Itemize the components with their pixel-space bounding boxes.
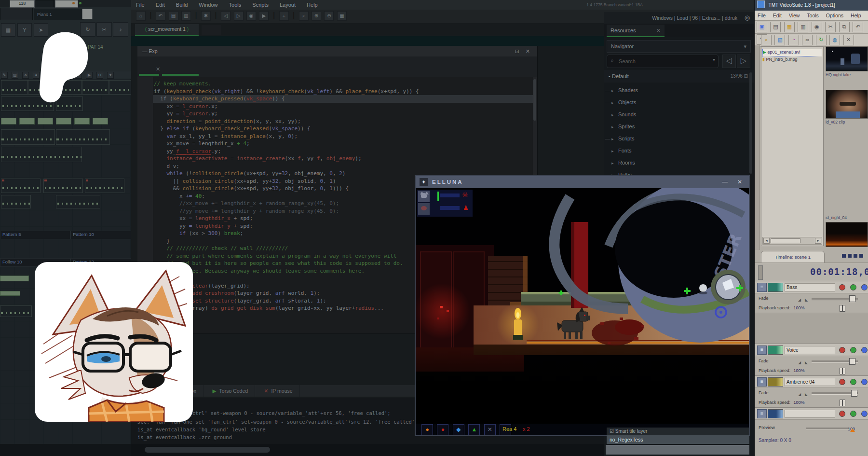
game-titlebar[interactable]: ✦ ELLUNA — ✕ [416,176,749,188]
script-window-titlebar[interactable]: — Exp ⊡ ✕ [137,46,537,56]
vmenu-view[interactable]: View [786,11,803,20]
track-lane-empty[interactable] [755,313,868,344]
search-icon[interactable]: ⌕ [299,11,309,21]
solo-button[interactable] [850,379,856,385]
play-icon[interactable]: ▷ [234,11,244,21]
close-tab-icon[interactable]: ✕ [656,25,661,36]
vmenu-file[interactable]: File [755,11,769,20]
vmenu-edit[interactable]: Edit [770,11,785,20]
status-tab-2[interactable]: ▶Torso Coded [206,385,256,397]
track-name[interactable] [785,410,835,418]
maximize-icon[interactable]: ⊡ [512,46,522,56]
target-icon[interactable]: ◎ [745,12,750,24]
speed-marker[interactable] [842,368,845,374]
settings-icon[interactable]: ✱ [201,11,211,21]
fl-clip[interactable] [56,118,71,124]
menu-edit[interactable]: Edit [151,0,170,10]
fade-slider-handle[interactable] [849,295,855,302]
tree-item[interactable]: ▸Sounds [604,109,754,121]
close-icon[interactable]: ✕ [737,176,742,188]
media-hscrollbar[interactable]: ◄ ► [762,237,822,245]
autocomplete-item-selected[interactable]: no_RegexTess [607,435,749,444]
save-icon[interactable]: ▥ [798,22,808,32]
fl-clip[interactable] [0,291,20,296]
zoom-in-icon[interactable]: ⊕ [312,11,321,21]
spell-slot-gem[interactable]: ◆ [453,424,464,435]
fl-clip[interactable] [43,179,83,193]
fl-clip[interactable] [93,118,108,124]
status-tab-3[interactable]: ✕IP mouse [258,385,300,397]
home-icon[interactable]: ⌂ [136,11,146,21]
solo-button[interactable] [850,284,856,290]
delete-icon[interactable]: ✕ [843,35,854,45]
track-name[interactable]: Voice [785,346,835,354]
fx-button[interactable] [861,284,868,290]
fl-clip[interactable] [38,118,53,124]
horizontal-scrollbar-thumb[interactable] [145,447,270,453]
fl-clip[interactable] [56,129,110,145]
menu-file[interactable]: File [131,0,149,10]
tab-resources[interactable]: Resources ✕ [607,25,665,37]
scroll-thumb[interactable] [771,238,800,243]
tab-script[interactable]: ( scr_movement 1 ) [135,24,199,36]
solo-button[interactable] [850,411,856,417]
scroll-right-icon[interactable]: ► [815,238,821,244]
spell-slot-blood[interactable]: ● [437,424,448,435]
media-file[interactable]: ▮ PN_intro_b.mpg [762,56,821,63]
link-icon[interactable]: ∞ [802,35,813,45]
timeline-ruler[interactable]: 00:01:18,0 [755,263,868,282]
speed-marker[interactable] [842,305,845,312]
fl-clip[interactable] [109,80,131,95]
chevron-down-icon[interactable]: ▾ [713,57,715,62]
video-thumbnail-3[interactable] [826,222,868,247]
solo-button[interactable] [850,347,856,353]
fl-channel-tab[interactable]: Piano 1 [34,9,83,20]
video-thumbnail-1[interactable] [826,46,868,71]
tree-root-row[interactable]: ▪ Default 13/96 ⊞ [604,70,754,83]
fade-slider-handle[interactable] [851,390,857,397]
video-editor-titlebar[interactable]: TMT VideoSuite 1.8 - [project1] [755,0,868,11]
fl-delete-tool-icon[interactable]: ✕ [22,72,29,79]
tree-item[interactable]: —▸Objects [604,97,754,109]
preview-marker-icon[interactable] [850,428,855,432]
mute-button[interactable] [839,347,845,353]
timeline-cursor-slider[interactable] [758,265,763,280]
fx-button[interactable] [861,379,868,385]
mute-button[interactable] [839,411,845,417]
track-name[interactable]: Ambience 04 [785,378,835,386]
fl-paint-tool-icon[interactable]: ▨ [12,72,18,79]
open-folder-icon[interactable]: ▦ [784,22,795,32]
minimize-icon[interactable]: — [722,176,728,188]
fl-clip[interactable] [19,118,35,124]
snapshot-icon[interactable]: ◉ [812,22,822,32]
assets-scrollbar[interactable] [749,72,752,174]
media-file-selected[interactable]: ▶ ep01_scene3.avi [762,49,822,56]
mute-button[interactable] [839,284,845,290]
fl-magnet-icon[interactable]: U [96,72,103,79]
asset-search-box[interactable]: ⌕ ▾ [607,55,719,68]
tree-item[interactable]: —▸Scripts [604,133,754,145]
menu-tools[interactable]: Tools [224,0,246,10]
tree-item[interactable]: ▸Rooms [604,157,754,169]
fl-clip[interactable] [1,195,31,208]
image-icon[interactable]: ▧ [774,35,785,45]
timeline-tool-dot[interactable] [859,254,863,258]
close-tab-icon[interactable]: ✕ [156,66,160,72]
search-icon[interactable]: ⌕ [761,35,772,45]
fade-slider-handle[interactable] [849,358,855,365]
fl-clip[interactable] [74,118,90,124]
undo-icon[interactable]: ↶ [853,22,863,32]
fl-clip[interactable] [1,179,41,193]
menu-window[interactable]: Window [194,0,222,10]
globe-icon[interactable]: ◍ [829,35,840,45]
fl-track-label[interactable]: Pattern 10 [70,231,134,239]
track-name[interactable]: Bass [785,283,835,291]
close-icon[interactable]: ✕ [523,46,533,56]
tree-item[interactable]: ▸Fonts [604,145,754,157]
fl-clip[interactable] [85,179,124,193]
refresh-icon[interactable]: ↻ [816,35,827,45]
nav-forward-button[interactable]: ▷ [737,55,750,68]
nav-back-button[interactable]: ◁ [722,55,736,68]
tab-timeline[interactable]: Timeline: scene 1 [761,251,825,263]
fl-clip[interactable] [0,305,32,317]
